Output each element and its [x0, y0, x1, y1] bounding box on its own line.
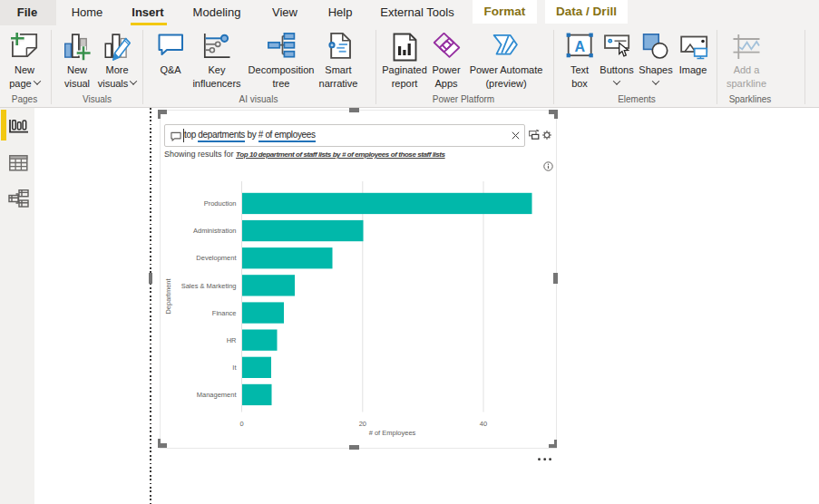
- svg-text:Management: Management: [197, 391, 238, 399]
- svg-text:20: 20: [359, 420, 366, 428]
- svg-text:40: 40: [480, 420, 487, 428]
- svg-text:Department: Department: [164, 277, 172, 314]
- svg-text:Production: Production: [204, 199, 237, 208]
- svg-text:Finance: Finance: [212, 309, 237, 317]
- svg-text:It: It: [232, 363, 237, 372]
- svg-text:Development: Development: [196, 254, 237, 262]
- svg-text:# of Employees: # of Employees: [369, 429, 416, 437]
- svg-text:Administration: Administration: [193, 227, 237, 235]
- svg-text:Sales & Marketing: Sales & Marketing: [181, 282, 237, 290]
- svg-text:A: A: [574, 39, 585, 54]
- svg-text:HR: HR: [227, 336, 237, 344]
- svg-text:0: 0: [239, 420, 243, 428]
